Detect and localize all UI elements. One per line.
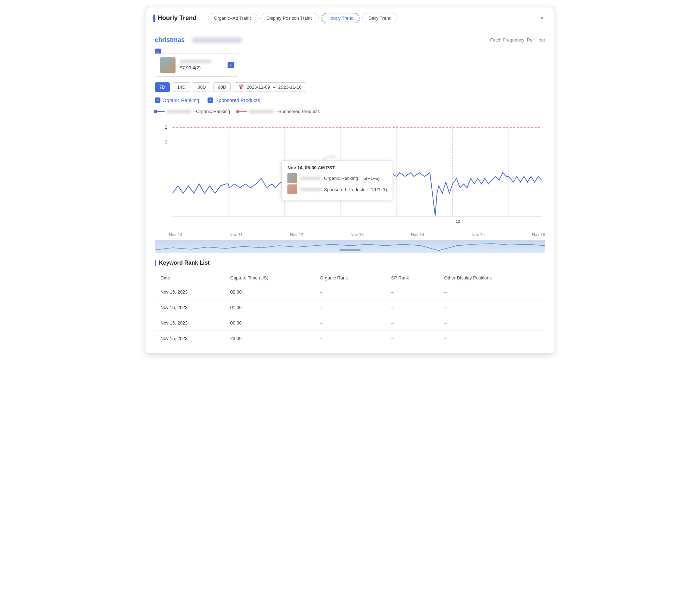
date-controls: 7D 14D 30D 90D 📅 2023-11-09 – 2023-11-16	[155, 82, 545, 92]
row1-organic: –	[314, 284, 385, 300]
nav-tabs: Organic–Ad Traffic Display Position Traf…	[208, 13, 533, 23]
rank-table: Date Capture Time (US) Organic Rank SP R…	[155, 272, 545, 346]
legend-blue-dot	[155, 111, 165, 112]
tab-display-position[interactable]: Display Position Traffic	[260, 13, 318, 23]
period-14d[interactable]: 14D	[173, 82, 190, 92]
keyword-blur-text	[192, 37, 242, 43]
modal-container: Hourly Trend Organic–Ad Traffic Display …	[146, 7, 554, 354]
row4-other: –	[439, 331, 545, 346]
svg-text:1: 1	[165, 125, 167, 130]
xaxis-nov14: Nov 14	[411, 232, 424, 237]
row3-organic: –	[314, 315, 385, 331]
product-image	[160, 57, 176, 73]
modal-header: Hourly Trend Organic–Ad Traffic Display …	[146, 7, 554, 29]
tooltip-sponsored-row: Sponsored Products : 1(P1–1)	[287, 184, 387, 194]
table-row: Nov 16, 2023 02:00 – – –	[155, 284, 545, 300]
svg-text:2: 2	[165, 139, 167, 145]
filter-sponsored[interactable]: ✓ Sponsored Products	[208, 97, 260, 103]
tooltip-sponsored-img	[287, 184, 297, 194]
legend-sponsored: –Sponsored Products	[237, 109, 320, 114]
xaxis-nov10: Nov 10	[169, 232, 182, 237]
close-button[interactable]: ×	[537, 13, 547, 23]
xaxis-nov11: Nov 11	[229, 232, 243, 237]
date-separator: –	[273, 84, 275, 90]
tooltip-sponsored-label: Sponsored Products :	[324, 187, 368, 192]
product-title-blur	[180, 60, 211, 63]
filter-organic[interactable]: ✓ Organic Ranking	[155, 97, 199, 103]
row4-organic: –	[314, 331, 385, 346]
tooltip-organic-img	[287, 173, 297, 183]
chart-legend: –Organic Ranking –Sponsored Products	[155, 109, 545, 114]
period-7d[interactable]: 7D	[155, 82, 170, 92]
modal-content: christmas Fetch Frequency: Per Hour 1 $7…	[146, 29, 554, 353]
xaxis-nov16: Nov 16	[532, 232, 545, 237]
tooltip-organic-label: Organic Ranking :	[324, 176, 361, 181]
row3-sp: –	[386, 315, 439, 331]
product-card[interactable]: $7.99 4(2) ✓	[155, 53, 239, 77]
legend-sponsored-label: –Sponsored Products	[276, 109, 320, 114]
tooltip-organic-value: 6(P1–6)	[363, 176, 380, 181]
row1-time: 02:00	[225, 284, 314, 300]
tab-organic-ad[interactable]: Organic–Ad Traffic	[208, 13, 257, 23]
product-card-wrapper: 1 $7.99 4(2) ✓	[155, 48, 545, 77]
tooltip-time: Nov 14, 06:00 AM PST	[287, 165, 387, 170]
tab-daily-trend[interactable]: Daily Trend	[362, 13, 397, 23]
rank-list-section: Keyword Rank List Date Capture Time (US)…	[155, 260, 545, 346]
sponsored-checkbox-box: ✓	[208, 97, 213, 103]
xaxis-nov12: Nov 12	[290, 232, 303, 237]
date-start: 2023-11-09	[247, 84, 270, 90]
section-title: Keyword Rank List	[159, 260, 210, 266]
product-checkbox[interactable]: ✓	[228, 62, 234, 68]
col-capture-time: Capture Time (US)	[225, 272, 314, 284]
chart-tooltip: Nov 14, 06:00 AM PST Organic Ranking : 6…	[281, 160, 393, 200]
row4-date: Nov 15, 2023	[155, 331, 225, 346]
xaxis-nov13: Nov 13	[350, 232, 364, 237]
row2-organic: –	[314, 300, 385, 315]
row1-date: Nov 16, 2023	[155, 284, 225, 300]
row1-sp: –	[386, 284, 439, 300]
row2-sp: –	[386, 300, 439, 315]
row4-sp: –	[386, 331, 439, 346]
legend-blur-organic	[167, 110, 191, 113]
section-accent	[155, 260, 156, 266]
col-organic-rank: Organic Rank	[314, 272, 385, 284]
row3-time: 00:00	[225, 315, 314, 331]
table-header-row: Date Capture Time (US) Organic Rank SP R…	[155, 272, 545, 284]
period-30d[interactable]: 30D	[193, 82, 210, 92]
fetch-frequency: Fetch Frequency: Per Hour	[490, 37, 545, 43]
period-90d[interactable]: 90D	[213, 82, 231, 92]
xaxis-nov15: Nov 15	[471, 232, 485, 237]
table-row: Nov 16, 2023 00:00 – – –	[155, 315, 545, 331]
rank-badge: 1	[155, 49, 161, 53]
legend-pink-dot	[237, 111, 247, 112]
tooltip-sponsored-value: 1(P1–1)	[371, 187, 387, 192]
keyword-name: christmas	[155, 36, 185, 44]
row1-other: –	[439, 284, 545, 300]
modal-title: Hourly Trend	[158, 14, 197, 22]
chart-scrollbar[interactable]	[155, 240, 545, 253]
keyword-info: christmas	[155, 36, 242, 44]
chart-area[interactable]: 1 2 12 S	[155, 118, 545, 231]
tab-hourly-trend[interactable]: Hourly Trend	[322, 13, 359, 23]
row3-other: –	[439, 315, 545, 331]
date-range-picker[interactable]: 📅 2023-11-09 – 2023-11-16	[234, 82, 306, 92]
col-sp-rank: SP Rank	[386, 272, 439, 284]
tooltip-organic-row: Organic Ranking : 6(P1–6)	[287, 173, 387, 183]
row2-date: Nov 16, 2023	[155, 300, 225, 315]
row4-time: 23:00	[225, 331, 314, 346]
organic-label: Organic Ranking	[163, 97, 199, 103]
table-row: Nov 15, 2023 23:00 – – –	[155, 331, 545, 346]
svg-text:12: 12	[456, 219, 460, 223]
row2-other: –	[439, 300, 545, 315]
table-row: Nov 16, 2023 01:00 – – –	[155, 300, 545, 315]
tooltip-blur-1	[300, 177, 321, 180]
scrollbar-handle[interactable]	[339, 249, 361, 251]
product-price: $7.99 4(2)	[180, 65, 201, 70]
col-date: Date	[155, 272, 225, 284]
filter-checkboxes: ✓ Organic Ranking ✓ Sponsored Products	[155, 97, 545, 103]
product-info: $7.99 4(2)	[180, 60, 223, 70]
row2-time: 01:00	[225, 300, 314, 315]
keyword-row: christmas Fetch Frequency: Per Hour	[155, 36, 545, 44]
tooltip-blur-2	[300, 188, 321, 191]
organic-checkbox-box: ✓	[155, 97, 160, 103]
